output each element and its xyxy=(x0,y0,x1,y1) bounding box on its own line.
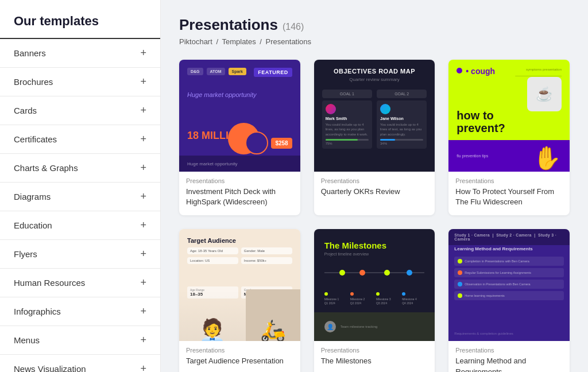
template-info-3: Presentations How To Protect Yourself Fr… xyxy=(448,172,570,215)
sidebar-item-infographics[interactable]: Infographics + xyxy=(0,297,160,326)
template-name: Investment Pitch Deck with HighSpark (Wi… xyxy=(186,187,293,207)
template-thumbnail-6: Study 1 · Camera | Study 2 · Camera | St… xyxy=(448,229,570,341)
sidebar-item-charts-graphs[interactable]: Charts & Graphs + xyxy=(0,154,160,183)
sidebar-item-label: Human Resources xyxy=(14,278,85,288)
breadcrumb-mid: Templates xyxy=(222,37,256,46)
plus-icon: + xyxy=(140,191,146,203)
plus-icon: + xyxy=(140,305,146,317)
sidebar-item-certificates[interactable]: Certificates + xyxy=(0,125,160,154)
plus-icon: + xyxy=(140,76,146,88)
sidebar-item-label: Menus xyxy=(14,335,40,345)
page-title: Presentations (146) xyxy=(179,16,570,34)
template-category: Presentations xyxy=(321,347,428,354)
template-name: Learning Method and Requirements xyxy=(455,356,563,372)
sidebar-item-label: Cards xyxy=(14,106,37,115)
page-header: Presentations (146) Piktochart / Templat… xyxy=(179,16,570,46)
template-count: (146) xyxy=(283,22,304,32)
template-card-1[interactable]: FEATURED D&G ATOM Spark Huge market oppo… xyxy=(179,60,300,215)
breadcrumb-current: Presentations xyxy=(266,37,312,46)
sidebar-item-diagrams[interactable]: Diagrams + xyxy=(0,183,160,211)
template-category: Presentations xyxy=(186,347,293,354)
template-card-3[interactable]: • cough symptoms presentation ──────────… xyxy=(448,60,570,215)
template-info-4: Presentations Target Audience Presentati… xyxy=(179,341,300,372)
template-category: Presentations xyxy=(455,347,563,354)
breadcrumb-root: Piktochart xyxy=(179,37,212,46)
logo-group: D&G ATOM Spark xyxy=(187,68,246,75)
sidebar-item-label: News Visualization xyxy=(14,364,86,372)
plus-icon: + xyxy=(140,162,146,174)
plus-icon: + xyxy=(140,47,146,59)
template-thumbnail-5: The Milestones Project timeline overview xyxy=(314,229,435,341)
sidebar-item-label: Brochures xyxy=(14,77,53,87)
sidebar-item-label: Diagrams xyxy=(14,192,51,202)
sidebar-item-brochures[interactable]: Brochures + xyxy=(0,68,160,96)
main-content: Presentations (146) Piktochart / Templat… xyxy=(161,0,588,372)
breadcrumb-sep1: / xyxy=(216,37,218,46)
template-name: How To Protect Yourself From The Flu Wid… xyxy=(455,187,563,207)
template-thumbnail-3: • cough symptoms presentation ──────────… xyxy=(448,60,570,172)
sidebar-item-education[interactable]: Education + xyxy=(0,211,160,240)
template-name: Target Audience Presentation xyxy=(186,356,293,366)
sidebar-item-news-visualization[interactable]: News Visualization + xyxy=(0,355,160,372)
template-info-5: Presentations The Milestones xyxy=(314,341,435,372)
template-thumbnail-2: OBJECTIVES ROAD MAP Quarter review summa… xyxy=(314,60,435,172)
template-category: Presentations xyxy=(321,177,428,184)
template-card-6[interactable]: Study 1 · Camera | Study 2 · Camera | St… xyxy=(448,229,570,372)
plus-icon: + xyxy=(140,248,146,260)
plus-icon: + xyxy=(140,334,146,346)
plus-icon: + xyxy=(140,219,146,231)
sidebar-item-label: Certificates xyxy=(14,134,57,144)
template-category: Presentations xyxy=(455,177,563,184)
template-info-6: Presentations Learning Method and Requir… xyxy=(448,341,570,372)
sidebar-item-menus[interactable]: Menus + xyxy=(0,326,160,355)
breadcrumb-sep2: / xyxy=(260,37,262,46)
template-thumbnail-1: FEATURED D&G ATOM Spark Huge market oppo… xyxy=(179,60,300,172)
template-grid: FEATURED D&G ATOM Spark Huge market oppo… xyxy=(179,60,570,372)
app-layout: Our templates Banners + Brochures + Card… xyxy=(0,0,588,372)
sidebar-item-label: Education xyxy=(14,220,52,230)
sidebar-item-label: Flyers xyxy=(14,249,37,259)
sidebar-item-cards[interactable]: Cards + xyxy=(0,96,160,125)
plus-icon: + xyxy=(140,363,146,372)
sidebar-item-label: Infographics xyxy=(14,307,61,316)
sidebar-item-label: Banners xyxy=(14,48,46,58)
sidebar-item-flyers[interactable]: Flyers + xyxy=(0,240,160,269)
template-info-2: Presentations Quarterly OKRs Review xyxy=(314,172,435,205)
sidebar-item-label: Charts & Graphs xyxy=(14,163,78,173)
breadcrumb: Piktochart / Templates / Presentations xyxy=(179,37,570,46)
template-card-2[interactable]: OBJECTIVES ROAD MAP Quarter review summa… xyxy=(314,60,435,215)
sidebar-title: Our templates xyxy=(0,14,160,39)
sidebar: Our templates Banners + Brochures + Card… xyxy=(0,0,161,372)
template-name: The Milestones xyxy=(321,356,428,366)
sidebar-item-human-resources[interactable]: Human Resources + xyxy=(0,269,160,297)
template-card-4[interactable]: Target Audience Age: 18-35 Years Old Gen… xyxy=(179,229,300,372)
template-card-5[interactable]: The Milestones Project timeline overview xyxy=(314,229,435,372)
template-category: Presentations xyxy=(186,177,293,184)
template-name: Quarterly OKRs Review xyxy=(321,187,428,197)
plus-icon: + xyxy=(140,133,146,145)
sidebar-item-banners[interactable]: Banners + xyxy=(0,39,160,68)
template-thumbnail-4: Target Audience Age: 18-35 Years Old Gen… xyxy=(179,229,300,341)
plus-icon: + xyxy=(140,277,146,289)
plus-icon: + xyxy=(140,104,146,117)
template-info-1: Presentations Investment Pitch Deck with… xyxy=(179,172,300,215)
featured-badge: FEATURED xyxy=(254,68,292,77)
